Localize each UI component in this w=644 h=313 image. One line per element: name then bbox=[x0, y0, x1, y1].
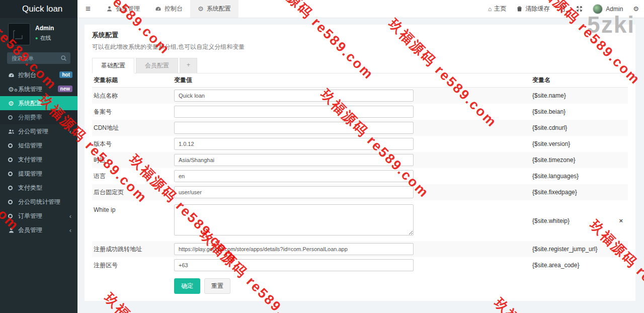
clear-cache-link[interactable]: 清除缓存 bbox=[511, 0, 554, 18]
sidebar-item-sms[interactable]: 短信管理 bbox=[0, 138, 77, 152]
file-icon bbox=[559, 6, 566, 12]
row-title: 备案号 bbox=[92, 108, 174, 116]
site-code-watermark: 5zki bbox=[587, 11, 635, 38]
circle-icon bbox=[8, 186, 18, 190]
sidebar-search bbox=[7, 52, 70, 64]
app-logo[interactable]: Quick loan bbox=[0, 0, 77, 18]
config-tab-basic[interactable]: 基础配置 bbox=[92, 58, 134, 73]
row-title: 注册区号 bbox=[92, 261, 174, 270]
config-tab-add[interactable]: + bbox=[180, 58, 197, 73]
sidebar-toggle-icon[interactable]: ≡ bbox=[77, 0, 99, 18]
row-var: {$site.fixedpage} bbox=[532, 189, 628, 196]
delete-config-icon[interactable]: × bbox=[619, 217, 623, 224]
config-field-7[interactable] bbox=[174, 204, 414, 236]
row-var: {$site.timezone} bbox=[532, 156, 628, 164]
sidebar-item-member[interactable]: 会员管理 ‹ bbox=[0, 223, 77, 237]
row-var: 变量名 bbox=[532, 76, 628, 85]
row-var: {$site.area_code} bbox=[532, 262, 628, 269]
row-title: 站点名称 bbox=[92, 92, 174, 100]
row-var: {$site.register_jump_url} bbox=[532, 246, 628, 253]
sidebar-item-system-admin[interactable]: ⚙⚙ 系统管理 new bbox=[0, 82, 77, 96]
gear-icon: ⚙ bbox=[8, 100, 18, 107]
row-title: 版本号 bbox=[92, 140, 174, 148]
config-field-2[interactable] bbox=[174, 122, 414, 134]
dashboard-icon bbox=[8, 72, 18, 79]
config-field-0[interactable] bbox=[174, 90, 414, 102]
config-table: 变量标题 变量值 变量名 站点名称 {$site.name} 备案号 {$sit… bbox=[92, 73, 628, 273]
sidebar-item-installment-rate[interactable]: 分期费率 bbox=[0, 110, 77, 124]
home-icon: ⌂ bbox=[488, 6, 492, 13]
row-title: CDN地址 bbox=[92, 124, 174, 132]
row-value bbox=[174, 90, 532, 102]
nav-tab-dashboard[interactable]: 控制台 bbox=[147, 0, 190, 18]
table-row: 备案号 {$site.beian} bbox=[92, 104, 628, 120]
sidebar-item-system-config[interactable]: ⚙ 系统配置 bbox=[0, 96, 77, 110]
row-value bbox=[174, 259, 532, 271]
table-row: 站点名称 {$site.name} bbox=[92, 88, 628, 104]
config-field-5[interactable] bbox=[174, 170, 414, 182]
row-title: 后台固定页 bbox=[92, 188, 174, 197]
sidebar-item-dashboard[interactable]: 控制台 hot bbox=[0, 68, 77, 82]
config-field-6[interactable] bbox=[174, 186, 414, 198]
row-var: {$site.cdnurl} bbox=[532, 124, 628, 131]
row-var: {$site.version} bbox=[532, 140, 628, 147]
config-field-3[interactable] bbox=[174, 138, 414, 150]
main-content: 系统配置 可以在此增改系统的变量和分组,也可以自定义分组和变量 基础配置会员配置… bbox=[77, 18, 644, 313]
sidebar-item-order[interactable]: 订单管理 ‹ bbox=[0, 209, 77, 223]
fullscreen-button[interactable] bbox=[571, 0, 588, 18]
reset-button[interactable]: 重置 bbox=[204, 278, 230, 294]
circle-icon bbox=[8, 143, 18, 148]
row-title: White ip bbox=[92, 200, 174, 213]
row-var: {$site.beian} bbox=[532, 108, 628, 115]
sidebar-menu: 控制台 hot ⚙⚙ 系统管理 new ⚙ 系统配置 分期费率 分公司管理 ‹ … bbox=[0, 68, 77, 237]
home-link[interactable]: ⌂ 主页 bbox=[483, 0, 511, 18]
circle-icon bbox=[8, 115, 18, 120]
config-field-4[interactable] bbox=[174, 154, 414, 166]
config-tab-member[interactable]: 会员配置 bbox=[136, 58, 178, 73]
row-var: {$site.whiteip}× bbox=[532, 217, 628, 224]
row-value bbox=[174, 186, 532, 198]
search-icon bbox=[60, 55, 67, 63]
top-navbar: ≡ 会员管理 控制台 ⚙ 系统配置 ⌂ 主页 清除缓存 bbox=[77, 0, 644, 18]
table-row: 后台固定页 {$site.fixedpage} bbox=[92, 184, 628, 200]
users-icon bbox=[8, 128, 18, 135]
gear-icon: ⚙ bbox=[198, 6, 204, 12]
row-value bbox=[174, 106, 532, 118]
config-field-1[interactable] bbox=[174, 106, 414, 118]
row-title: 时区 bbox=[92, 156, 174, 165]
check-update-button[interactable] bbox=[554, 0, 571, 18]
app-logo-text: Quick loan bbox=[22, 4, 62, 14]
table-row: 注册区号 {$site.area_code} bbox=[92, 257, 628, 273]
sidebar-item-branch-stats[interactable]: 分公司统计管理 bbox=[0, 195, 77, 209]
table-row: CDN地址 {$site.cdnurl} bbox=[92, 120, 628, 136]
cogs-icon: ⚙⚙ bbox=[8, 86, 18, 93]
online-dot-icon: ● bbox=[35, 36, 38, 41]
row-value bbox=[174, 122, 532, 134]
row-title: 注册成功跳转地址 bbox=[92, 245, 174, 254]
circle-icon bbox=[8, 172, 18, 176]
badge-hot: hot bbox=[59, 71, 72, 78]
nav-tab-system-config[interactable]: ⚙ 系统配置 bbox=[190, 0, 238, 18]
form-actions: 确定 重置 bbox=[92, 278, 628, 294]
sidebar-item-branch[interactable]: 分公司管理 ‹ bbox=[0, 124, 77, 138]
config-panel: 系统配置 可以在此增改系统的变量和分组,也可以自定义分组和变量 基础配置会员配置… bbox=[85, 25, 635, 301]
row-value bbox=[174, 200, 532, 241]
submit-button[interactable]: 确定 bbox=[174, 278, 200, 294]
nav-tab-member[interactable]: 会员管理 bbox=[99, 0, 147, 18]
config-field-9[interactable] bbox=[174, 259, 414, 271]
circle-icon bbox=[8, 200, 18, 204]
sidebar-item-payment-type[interactable]: 支付类型 bbox=[0, 181, 77, 195]
sidebar: Quick loan Admin ●在线 控制台 hot ⚙⚙ 系统管理 new… bbox=[0, 0, 77, 313]
trash-icon bbox=[516, 6, 523, 12]
chevron-left-icon: ‹ bbox=[69, 212, 71, 220]
badge-new: new bbox=[58, 86, 72, 92]
user-icon bbox=[106, 6, 113, 12]
row-title: 语言 bbox=[92, 172, 174, 181]
sidebar-item-payment[interactable]: 支付管理 bbox=[0, 152, 77, 167]
user-status: ●在线 bbox=[35, 34, 54, 42]
config-field-8[interactable] bbox=[174, 243, 414, 255]
row-value bbox=[174, 170, 532, 182]
row-value bbox=[174, 138, 532, 150]
circle-icon bbox=[8, 214, 18, 218]
sidebar-item-withdraw[interactable]: 提现管理 bbox=[0, 167, 77, 181]
